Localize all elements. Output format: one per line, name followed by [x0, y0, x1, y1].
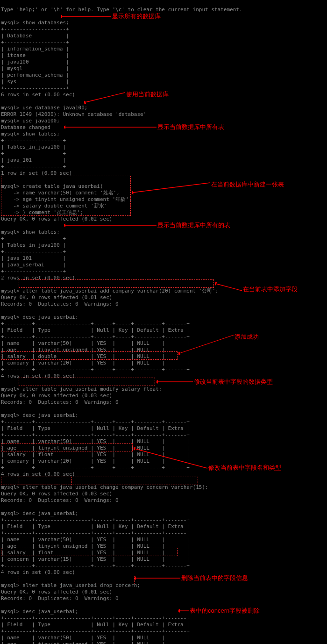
- terminal-line: | Field | Type | Null | Key | Default | …: [1, 622, 190, 628]
- terminal-line: | Database |: [1, 33, 69, 39]
- terminal-line: ERROR 1049 (42000): Unknown database 'da…: [1, 111, 146, 117]
- terminal-line: 1 row in set (0.00 sec): [1, 170, 72, 176]
- terminal-line: +-------------------+: [1, 150, 66, 157]
- terminal-line: +---------+------------------+------+---…: [1, 563, 190, 569]
- terminal-line: | age | tinyint unsigned | YES | | NULL …: [1, 543, 190, 549]
- terminal-line: | company | varchar(20) | YES | | NULL |…: [1, 360, 190, 366]
- annotation: 显示所有的数据库: [61, 13, 161, 20]
- terminal-line: | name | varchar(50) | YES | | NULL | |: [1, 635, 190, 641]
- terminal-line: | Field | Type | Null | Key | Default | …: [1, 425, 190, 431]
- annotation: 在当前表中添加字段: [215, 281, 298, 293]
- terminal-line: 4 rows in set (0.00 sec): [1, 569, 75, 575]
- terminal-line: mysql> use database java100;: [1, 105, 87, 111]
- terminal-output[interactable]: Type 'help;' or '\h' for help. Type '\c'…: [0, 0, 327, 644]
- terminal-line: -> name varchar(50) comment '姓名',: [1, 190, 120, 196]
- terminal-line: | Field | Type | Null | Key | Default | …: [1, 523, 190, 530]
- terminal-line: +---------+------------------+------+---…: [1, 432, 190, 438]
- terminal-line: mysql> alter table java_userbai add comp…: [1, 288, 219, 294]
- terminal-line: | Tables_in_java100 |: [1, 242, 66, 248]
- annotation: 修改当前表中字段的数据类型: [156, 379, 273, 385]
- svg-line-1: [85, 93, 125, 102]
- terminal-line: | mysql |: [1, 65, 69, 72]
- terminal-line: +--------------------+: [1, 39, 69, 45]
- terminal-line: Records: 0 Duplicates: 0 Warnings: 0: [1, 301, 119, 307]
- terminal-line: mysql> create table java_userbai(: [1, 183, 103, 189]
- terminal-line: | salary | double | YES | | NULL | |: [1, 353, 190, 359]
- terminal-line: mysql> show tables;: [1, 229, 60, 235]
- terminal-line: | concern | varchar(15) | YES | | NULL |…: [1, 556, 190, 562]
- annotation: 添加成功: [178, 333, 259, 355]
- terminal-line: +-------------------+: [1, 268, 66, 274]
- terminal-line: +---------+------------------+------+---…: [1, 366, 190, 372]
- annotation: 删除当前表中的字段信息: [135, 575, 248, 581]
- terminal-line: Records: 0 Duplicates: 0 Warnings: 0: [1, 595, 119, 601]
- terminal-line: +---------+------------------+------+---…: [1, 321, 190, 327]
- annotation: 在当前数据库中新建一张表: [132, 180, 284, 194]
- annotation: 显示当前数据库中所有表: [64, 124, 224, 130]
- terminal-line: Database changed: [1, 124, 50, 130]
- terminal-line: | age | tinyint unsigned | YES | | NULL …: [1, 641, 190, 644]
- terminal-line: | salary | float | YES | | NULL | |: [1, 550, 190, 556]
- terminal-line: | age | tinyint unsigned | YES | | NULL …: [1, 347, 190, 353]
- terminal-line: mysql> alter table java_userbai change c…: [1, 484, 208, 490]
- terminal-line: mysql> desc java_userbai;: [1, 314, 78, 320]
- terminal-line: | java_101 |: [1, 255, 66, 261]
- terminal-line: | Field | Type | Null | Key | Default | …: [1, 327, 190, 333]
- terminal-line: Records: 0 Duplicates: 0 Warnings: 0: [1, 399, 119, 405]
- terminal-line: Query OK, 0 rows affected (0.03 sec): [1, 393, 112, 399]
- terminal-line: +-------------------+: [1, 236, 66, 242]
- terminal-line: | java_101 |: [1, 157, 66, 163]
- terminal-line: Records: 0 Duplicates: 0 Warnings: 0: [1, 497, 119, 503]
- annotation: 显示当前数据库中所有的表: [64, 222, 230, 229]
- terminal-line: | name | varchar(50) | YES | | NULL | |: [1, 438, 190, 444]
- terminal-line: | sys |: [1, 79, 69, 85]
- terminal-line: Query OK, 0 rows affected (0.03 sec): [1, 491, 112, 497]
- terminal-line: mysql> desc java_userbai;: [1, 608, 78, 615]
- terminal-line: Query OK, 0 rows affected (0.02 sec): [1, 216, 112, 222]
- terminal-line: +---------+------------------+------+---…: [1, 465, 190, 471]
- terminal-line: 4 rows in set (0.00 sec): [1, 373, 75, 379]
- terminal-line: +---------+------------------+------+---…: [1, 628, 190, 634]
- terminal-line: 6 rows in set (0.00 sec): [1, 92, 75, 98]
- terminal-line: mysql> alter table java_userbai drop con…: [1, 582, 140, 588]
- terminal-line: +-------------------+: [1, 249, 66, 255]
- terminal-line: | information_schema |: [1, 46, 69, 52]
- terminal-line: | itcase |: [1, 52, 69, 58]
- terminal-line: +-------------------+: [1, 164, 66, 170]
- terminal-line: | java100 |: [1, 59, 69, 65]
- terminal-line: Query OK, 0 rows affected (0.01 sec): [1, 294, 112, 301]
- terminal-line: | performance_schema |: [1, 72, 69, 78]
- terminal-line: +---------+------------------+------+---…: [1, 517, 190, 523]
- terminal-line: -> ) comment '员工信息';: [1, 209, 83, 215]
- terminal-line: | java_userbai |: [1, 262, 66, 268]
- terminal-line: +---------+------------------+------+---…: [1, 530, 190, 536]
- terminal-line: +---------+------------------+------+---…: [1, 334, 190, 340]
- terminal-line: +--------------------+: [1, 26, 69, 32]
- svg-line-3: [133, 183, 210, 193]
- terminal-line: | age | tinyint unsigned | YES | | NULL …: [1, 445, 190, 451]
- terminal-line: 4 rows in set (0.00 sec): [1, 471, 75, 477]
- terminal-line: mysql> show databases;: [1, 20, 69, 26]
- terminal-line: Type 'help;' or '\h' for help. Type '\c'…: [1, 7, 242, 13]
- terminal-line: +--------------------+: [1, 85, 69, 91]
- terminal-line: +---------+------------------+------+---…: [1, 419, 190, 425]
- terminal-line: 2 rows in set (0.00 sec): [1, 275, 75, 281]
- terminal-line: -> salary double comment '薪水': [1, 203, 107, 209]
- terminal-line: | company | varchar(20) | YES | | NULL |…: [1, 458, 190, 464]
- terminal-line: +---------+------------------+------+---…: [1, 615, 190, 621]
- terminal-line: -> age tinyint unsigned comment '年龄',: [1, 196, 132, 202]
- terminal-line: | name | varchar(50) | YES | | NULL | |: [1, 340, 190, 346]
- annotation: 表中的concern字段被删除: [178, 608, 260, 614]
- terminal-line: mysql> alter table java_userbai modify s…: [1, 386, 162, 392]
- terminal-line: +-------------------+: [1, 137, 66, 143]
- terminal-line: mysql> desc java_userbai;: [1, 510, 78, 516]
- annotation: 使用当前数据库: [84, 90, 169, 104]
- terminal-line: | Tables_in_java100 |: [1, 144, 66, 150]
- terminal-line: mysql> use java100;: [1, 118, 60, 124]
- terminal-line: mysql> show tables;: [1, 131, 60, 137]
- svg-line-5: [216, 284, 242, 291]
- terminal-line: Query OK, 0 rows affected (0.01 sec): [1, 589, 112, 595]
- terminal-line: mysql> desc java_userbai;: [1, 412, 78, 418]
- terminal-line: | name | varchar(50) | YES | | NULL | |: [1, 537, 190, 543]
- terminal-line: | salary | float | YES | | NULL | |: [1, 451, 190, 458]
